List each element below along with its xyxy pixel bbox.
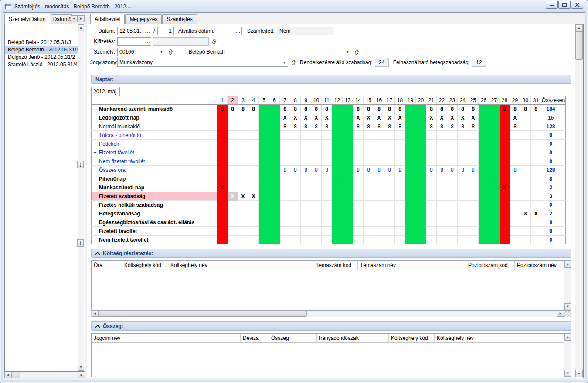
calendar-cell[interactable] <box>384 157 395 166</box>
calendar-cell[interactable] <box>280 183 290 192</box>
calendar-cell[interactable] <box>353 157 364 166</box>
calendar-cell[interactable] <box>248 166 259 174</box>
calendar-cell[interactable]: 8 <box>228 105 238 113</box>
calendar-cell[interactable] <box>228 166 238 174</box>
calendar-cell[interactable] <box>395 209 405 218</box>
calendar-cell[interactable] <box>217 113 228 122</box>
calendar-cell[interactable] <box>259 227 269 236</box>
calendar-cell[interactable] <box>248 218 259 227</box>
calendar-cell[interactable] <box>426 227 437 236</box>
calendar-cell[interactable]: 8 <box>384 105 395 113</box>
calendar-cell[interactable] <box>280 131 290 140</box>
calendar-cell[interactable] <box>343 113 353 122</box>
calendar-cell[interactable]: - <box>479 174 489 183</box>
tab-szemely-datum[interactable]: Személy/Dátum <box>4 14 50 24</box>
calendar-cell[interactable] <box>364 140 374 148</box>
calendar-cell[interactable] <box>405 166 416 174</box>
calendar-cell[interactable]: - <box>259 174 269 183</box>
calendar-cell[interactable] <box>479 131 489 140</box>
calendar-cell[interactable] <box>238 140 248 148</box>
calendar-cell[interactable] <box>217 131 228 140</box>
calendar-cell[interactable] <box>468 157 479 166</box>
calendar-cell[interactable]: 8 <box>510 122 520 131</box>
dropdown-arrow-icon[interactable]: ▼ <box>344 48 351 56</box>
calendar-cell[interactable] <box>374 131 384 140</box>
calendar-cell[interactable] <box>520 157 531 166</box>
calendar-cell[interactable] <box>238 201 248 209</box>
calendar-cell[interactable]: 8 <box>290 105 301 113</box>
calendar-cell[interactable] <box>520 236 531 244</box>
calendar-cell[interactable] <box>364 148 374 157</box>
calendar-cell[interactable] <box>374 236 384 244</box>
list-item[interactable]: Belépő Béla - 2012.05.31/3 <box>5 39 78 46</box>
calendar-cell[interactable] <box>322 140 332 148</box>
calendar-cell[interactable]: 8 <box>458 166 468 174</box>
calendar-cell[interactable] <box>531 148 541 157</box>
calendar-cell[interactable]: 8 <box>395 122 405 131</box>
calendar-cell[interactable] <box>447 227 458 236</box>
day-header[interactable]: 17 <box>384 96 395 105</box>
calendar-cell[interactable] <box>280 209 290 218</box>
calendar-cell[interactable] <box>489 236 500 244</box>
calendar-cell[interactable] <box>332 209 343 218</box>
calendar-cell[interactable] <box>259 148 269 157</box>
day-header[interactable]: 4 <box>248 96 259 105</box>
calendar-cell[interactable] <box>228 113 238 122</box>
calendar-cell[interactable] <box>343 166 353 174</box>
calendar-cell[interactable] <box>500 209 510 218</box>
calendar-cell[interactable] <box>217 192 228 201</box>
calendar-cell[interactable] <box>280 201 290 209</box>
day-header[interactable]: 22 <box>437 96 447 105</box>
kifizetes-picker-button[interactable]: ... <box>144 38 151 45</box>
day-header[interactable]: 7 <box>280 96 290 105</box>
calendar-cell[interactable] <box>468 236 479 244</box>
day-header[interactable]: 8 <box>290 96 301 105</box>
calendar-cell[interactable] <box>500 192 510 201</box>
calendar-cell[interactable]: 8 <box>311 166 322 174</box>
calendar-cell[interactable] <box>228 227 238 236</box>
calendar-cell[interactable] <box>489 131 500 140</box>
calendar-cell[interactable] <box>447 218 458 227</box>
calendar-cell[interactable] <box>364 174 374 183</box>
month-tab[interactable]: 2012. máj. <box>91 87 120 96</box>
calendar-cell[interactable] <box>395 236 405 244</box>
calendar-cell[interactable] <box>531 122 541 131</box>
day-header[interactable]: 21 <box>426 96 437 105</box>
calendar-cell[interactable] <box>343 131 353 140</box>
calendar-cell[interactable] <box>447 157 458 166</box>
calendar-cell[interactable] <box>269 183 280 192</box>
calendar-cell[interactable]: - <box>332 174 343 183</box>
calendar-cell[interactable] <box>426 218 437 227</box>
column-header[interactable]: Költséghely kód <box>389 334 435 342</box>
resize-grip[interactable] <box>564 311 571 317</box>
calendar-cell[interactable] <box>228 201 238 209</box>
calendar-cell[interactable]: X <box>238 192 248 201</box>
calendar-cell[interactable] <box>447 236 458 244</box>
calendar-cell[interactable] <box>374 227 384 236</box>
calendar-cell[interactable]: 8 <box>290 166 301 174</box>
calendar-cell[interactable] <box>489 157 500 166</box>
calendar-cell[interactable] <box>520 166 531 174</box>
calendar-cell[interactable] <box>458 192 468 201</box>
calendar-cell[interactable] <box>405 192 416 201</box>
calendar-cell[interactable] <box>269 157 280 166</box>
calendar-cell[interactable] <box>416 105 426 113</box>
calendar-cell[interactable]: X <box>322 113 332 122</box>
calendar-cell[interactable] <box>238 148 248 157</box>
calendar-cell[interactable] <box>405 113 416 122</box>
list-horizontal-scrollbar[interactable]: ◄ ► <box>4 372 85 378</box>
calendar-cell[interactable] <box>280 157 290 166</box>
calendar-cell[interactable] <box>426 236 437 244</box>
calendar-cell[interactable]: X <box>500 183 510 192</box>
calendar-cell[interactable] <box>510 157 520 166</box>
calendar-cell[interactable] <box>301 201 311 209</box>
calendar-cell[interactable]: 8 <box>447 122 458 131</box>
calendar-cell[interactable] <box>489 183 500 192</box>
calendar-cell[interactable] <box>322 183 332 192</box>
calendar-cell[interactable]: 8 <box>364 122 374 131</box>
calendar-cell[interactable] <box>437 218 447 227</box>
calendar-cell[interactable] <box>301 209 311 218</box>
calendar-cell[interactable] <box>269 148 280 157</box>
calendar-cell[interactable] <box>405 201 416 209</box>
calendar-cell[interactable] <box>248 174 259 183</box>
